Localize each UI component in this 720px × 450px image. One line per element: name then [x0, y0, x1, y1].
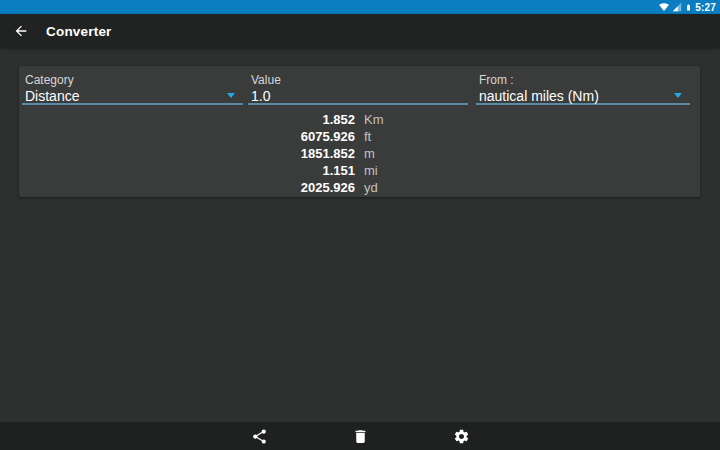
result-unit: Km [364, 111, 384, 128]
from-spinner[interactable]: nautical miles (Nm) [476, 88, 690, 105]
delete-button[interactable] [348, 424, 372, 448]
category-spinner[interactable]: Distance [22, 88, 243, 105]
status-time: 5:27 [695, 2, 716, 13]
result-row[interactable]: 6075.926ft [19, 128, 700, 145]
page-title: Converter [46, 24, 112, 39]
result-unit: yd [364, 179, 378, 196]
bottom-action-bar [0, 422, 720, 450]
signal-icon [672, 2, 682, 12]
result-row[interactable]: 1.852Km [19, 111, 700, 128]
result-row[interactable]: 1851.852m [19, 145, 700, 162]
settings-button[interactable] [449, 424, 473, 448]
back-button[interactable] [4, 14, 38, 48]
from-label: From : [476, 72, 690, 88]
wifi-icon [659, 2, 669, 12]
category-value: Distance [25, 88, 79, 104]
gear-icon [453, 428, 470, 445]
share-button[interactable] [247, 424, 271, 448]
status-bar: 5:27 [0, 0, 720, 14]
result-row[interactable]: 2025.926yd [19, 179, 700, 196]
dropdown-arrow-icon [227, 93, 235, 98]
value-field [248, 88, 468, 105]
value-label: Value [248, 72, 468, 88]
result-value: 1.852 [19, 111, 355, 128]
result-row[interactable]: 1.151mi [19, 162, 700, 179]
result-value: 1.151 [19, 162, 355, 179]
value-input[interactable] [251, 89, 468, 104]
back-arrow-icon [13, 23, 29, 39]
result-unit: ft [364, 128, 371, 145]
value-column: Value [248, 72, 468, 105]
result-unit: mi [364, 162, 378, 179]
category-column: Category Distance [22, 72, 243, 105]
category-label: Category [22, 72, 243, 88]
result-value: 6075.926 [19, 128, 355, 145]
from-column: From : nautical miles (Nm) [476, 72, 690, 105]
result-unit: m [364, 145, 375, 162]
app-bar: Converter [0, 14, 720, 48]
result-value: 2025.926 [19, 179, 355, 196]
results-list: 1.852Km 6075.926ft 1851.852m 1.151mi 202… [19, 111, 700, 196]
result-value: 1851.852 [19, 145, 355, 162]
battery-icon [685, 2, 692, 13]
converter-card: Category Distance Value From : nautical … [19, 66, 700, 197]
trash-icon [352, 428, 369, 445]
dropdown-arrow-icon [674, 93, 682, 98]
from-value: nautical miles (Nm) [479, 88, 599, 104]
share-icon [251, 428, 268, 445]
